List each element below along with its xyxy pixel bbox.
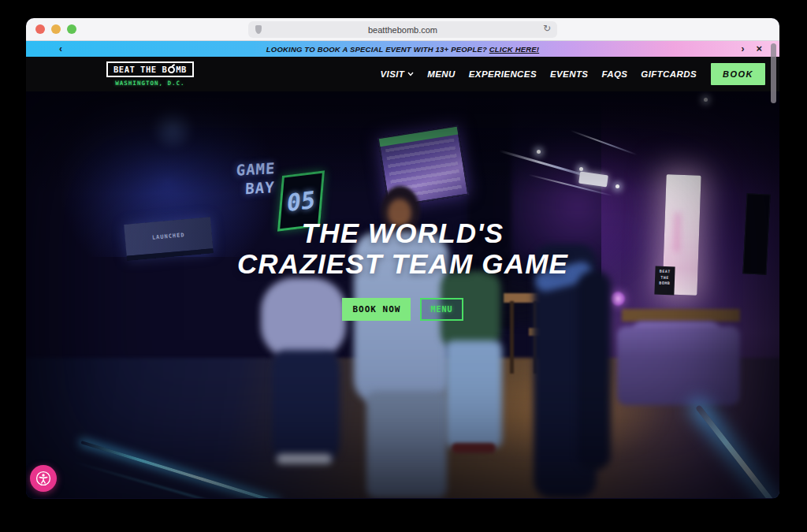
nav-item-events[interactable]: EVENTS <box>550 69 588 79</box>
person-silhouette <box>272 350 340 462</box>
book-now-button[interactable]: BOOK NOW <box>342 298 411 321</box>
nav-item-label: VISIT <box>381 69 405 79</box>
nav-links: VISIT MENU EXPERIENCES EVENTS FAQS GIFTC… <box>381 69 697 79</box>
hero-section: GAME BAY 05 LAUNCHED BEAT THE BOMB <box>26 91 779 498</box>
ceiling-light <box>704 98 708 102</box>
banner-next-button[interactable]: › <box>741 42 744 56</box>
browser-titlebar: beatthebomb.com ↻ <box>26 18 779 41</box>
logo-text-left: BEAT THE B <box>113 65 167 74</box>
logo-wordmark: BEAT THE BMB <box>106 61 194 77</box>
ceiling-light <box>537 150 541 154</box>
browser-window: beatthebomb.com ↻ ‹ LOOKING TO BOOK A SP… <box>26 18 779 499</box>
person-silhouette <box>445 340 502 448</box>
person-silhouette <box>366 391 447 498</box>
accessibility-widget-button[interactable] <box>30 465 57 492</box>
scrollbar-thumb[interactable] <box>771 43 776 103</box>
location-label: WASHINGTON, D.C. <box>106 80 194 87</box>
url-text: beatthebomb.com <box>368 25 437 35</box>
accessibility-person-icon <box>35 470 52 487</box>
ceiling-light <box>579 167 583 171</box>
menu-button[interactable]: MENU <box>420 298 463 321</box>
chevron-down-icon <box>407 72 414 76</box>
nav-item-menu[interactable]: MENU <box>427 69 455 79</box>
hero-headline-line1: THE WORLD'S <box>26 218 779 248</box>
game-bay-sign: GAME BAY <box>218 159 276 199</box>
hero-cta-row: BOOK NOW MENU <box>26 298 779 321</box>
person-silhouette <box>452 443 496 453</box>
logo-text-right: MB <box>176 65 187 74</box>
purple-couch <box>617 326 740 405</box>
banner-close-button[interactable]: × <box>756 42 762 56</box>
banner-controls: › × <box>741 42 762 56</box>
nav-item-faqs[interactable]: FAQS <box>601 69 627 79</box>
nav-item-experiences[interactable]: EXPERIENCES <box>469 69 537 79</box>
hero-headline: THE WORLD'S CRAZIEST TEAM GAME <box>26 218 779 279</box>
close-window-button[interactable] <box>35 24 45 34</box>
nav-item-giftcards[interactable]: GIFTCARDS <box>641 69 697 79</box>
book-button[interactable]: BOOK <box>711 63 765 85</box>
banner-message: LOOKING TO BOOK A SPECIAL EVENT WITH 13+… <box>26 45 779 54</box>
person-silhouette <box>277 454 332 464</box>
ceiling-light <box>615 184 619 188</box>
game-bay-sign-line1: GAME <box>218 159 276 181</box>
site-logo[interactable]: BEAT THE BMB WASHINGTON, D.C. <box>106 61 194 87</box>
window-controls <box>35 24 76 34</box>
announcement-banner: ‹ LOOKING TO BOOK A SPECIAL EVENT WITH 1… <box>26 41 779 57</box>
bomb-icon <box>168 66 175 73</box>
minimize-window-button[interactable] <box>51 24 61 34</box>
reload-icon[interactable]: ↻ <box>543 23 551 34</box>
game-bay-number: 05 <box>285 185 316 217</box>
site-navbar: BEAT THE BMB WASHINGTON, D.C. VISIT MENU… <box>26 57 779 91</box>
banner-message-text: LOOKING TO BOOK A SPECIAL EVENT WITH 13+… <box>266 45 489 54</box>
nav-item-visit[interactable]: VISIT <box>381 69 415 79</box>
zoom-window-button[interactable] <box>67 24 76 34</box>
banner-click-here-link[interactable]: CLICK HERE! <box>489 45 539 54</box>
hero-headline-line2: CRAZIEST TEAM GAME <box>26 248 779 279</box>
address-bar[interactable]: beatthebomb.com ↻ <box>248 21 557 38</box>
privacy-shield-icon <box>255 25 262 34</box>
game-bay-sign-line2: BAY <box>218 178 275 200</box>
